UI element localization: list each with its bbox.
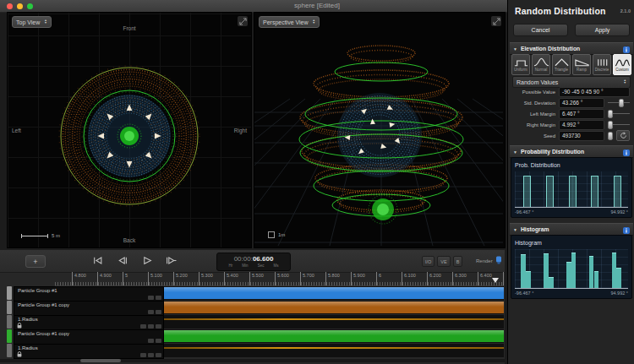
slider-thumb[interactable] [608, 132, 613, 140]
track-accent-strip [7, 286, 12, 300]
track-lane[interactable] [164, 301, 504, 314]
slider-thumb[interactable] [619, 99, 624, 107]
ruler-label: 5.200 [176, 273, 188, 278]
add-track-button[interactable]: + [25, 255, 46, 268]
dist-type-uniform-button[interactable]: Uniform [511, 54, 530, 75]
lock-icon[interactable] [17, 351, 22, 357]
track-header[interactable]: Particle Group #1 copy [14, 301, 164, 316]
cancel-button[interactable]: Cancel [513, 24, 568, 36]
hist-bar [612, 253, 617, 288]
collapse-arrow-icon[interactable]: ▼ [513, 149, 517, 155]
zoom-button[interactable] [27, 3, 33, 9]
track-header[interactable]: Particle Group #1 copy [14, 329, 164, 345]
param-slider[interactable] [608, 109, 630, 118]
track-lane[interactable] [164, 315, 504, 329]
minimize-button[interactable] [17, 3, 23, 9]
track-toggle-icon[interactable] [156, 310, 161, 314]
track-lane[interactable] [164, 286, 504, 300]
param-value-field[interactable]: 43.266 ° [559, 98, 604, 108]
hist-bar [616, 268, 621, 288]
play-button[interactable] [139, 255, 154, 266]
track-toggle-icon[interactable] [148, 339, 154, 343]
x-axis-min-label: -96.467 ° [515, 209, 533, 215]
track-clip[interactable] [164, 302, 504, 313]
toolbar-button-b[interactable]: B [453, 256, 463, 267]
time-display[interactable]: 00:00:06.600 HrMinSecMs [216, 253, 291, 271]
scale-bar-icon [21, 234, 48, 238]
param-value-field[interactable]: 4.992 ° [559, 120, 604, 130]
track-toggle-icon[interactable] [140, 324, 146, 329]
slider-thumb[interactable] [608, 121, 613, 129]
dist-type-custom-button[interactable]: Custom [613, 54, 631, 75]
render-icon[interactable] [495, 256, 502, 265]
collapse-arrow-icon[interactable]: ▼ [513, 46, 517, 52]
dist-type-triangle-button[interactable]: Triangle [552, 54, 571, 75]
scrollbar-thumb[interactable] [80, 359, 121, 362]
playhead-marker[interactable] [492, 278, 499, 286]
track-clip[interactable] [164, 330, 504, 342]
param-value-field[interactable]: 493730 [559, 131, 604, 141]
track-toggle-icon[interactable] [156, 296, 161, 300]
render-control[interactable]: Render [476, 256, 502, 265]
close-button[interactable] [7, 3, 13, 9]
track-header[interactable]: 1.Radius [14, 344, 164, 359]
track-toggle-icon[interactable] [148, 310, 154, 314]
track-lane[interactable] [164, 329, 504, 343]
top-view-selector[interactable]: Top View ▲▼ [12, 16, 52, 28]
track-toggle-icon[interactable] [148, 353, 154, 357]
section-histogram[interactable]: ▼ Histogram [510, 223, 633, 236]
track-curve[interactable] [164, 347, 504, 349]
param-slider[interactable] [608, 98, 630, 107]
param-value-field[interactable]: -90 -45 0 45 90 ° [559, 87, 630, 97]
param-slider[interactable] [608, 120, 630, 129]
panel-header: Random Distribution 2.1.0 [515, 3, 631, 19]
horizontal-scrollbar[interactable] [0, 359, 505, 362]
track-lane[interactable] [164, 344, 504, 357]
collapse-arrow-icon[interactable]: ▼ [513, 227, 517, 232]
ruler-label: 5.800 [328, 273, 340, 278]
track-header[interactable]: Particle Group #1 [14, 286, 164, 302]
track-toggle-icon[interactable] [156, 339, 161, 343]
lock-icon[interactable] [17, 323, 22, 329]
track-toggle-icon[interactable] [156, 324, 161, 329]
top-viewport[interactable]: Top View ▲▼ Front Back Left Right 5 m [7, 12, 252, 248]
ruler-label: 5.700 [303, 273, 314, 278]
toolbar-button-ve[interactable]: VE [437, 256, 450, 267]
maximize-viewport-icon[interactable] [238, 16, 248, 26]
perspective-viewport[interactable]: Perspective View ▲▼ 1m [254, 12, 506, 248]
step-forward-button[interactable] [163, 255, 178, 266]
perspective-view-canvas[interactable] [254, 13, 503, 246]
track-curve[interactable] [164, 318, 504, 320]
maximize-viewport-icon[interactable] [491, 16, 501, 26]
track-clip[interactable] [164, 287, 504, 299]
track-toggle-icon[interactable] [140, 353, 146, 357]
apply-button[interactable]: Apply [575, 24, 630, 36]
dist-type-normal-button[interactable]: Normal [532, 54, 550, 75]
titlebar[interactable]: sphere [Edited] [0, 0, 507, 13]
section-probability-distribution[interactable]: ▼ Probability Distribution [510, 145, 633, 158]
step-back-button[interactable] [114, 255, 129, 266]
track-toggle-icon[interactable] [148, 324, 154, 329]
skip-start-button[interactable] [90, 255, 105, 266]
track-toggle-icon[interactable] [148, 296, 154, 300]
top-view-canvas[interactable] [8, 13, 249, 246]
dist-type-discrete-button[interactable]: Discrete [593, 54, 611, 75]
render-label: Render [476, 258, 493, 263]
track-toggle-icon[interactable] [156, 353, 161, 357]
toolbar-button-io[interactable]: I/O [422, 256, 435, 267]
param-value-field[interactable]: 6.467 ° [559, 109, 604, 119]
seed-refresh-button[interactable] [616, 130, 630, 141]
time-prefix: 00:00: [234, 255, 253, 263]
perspective-view-selector[interactable]: Perspective View ▲▼ [259, 16, 320, 28]
dist-type-ramp-button[interactable]: Ramp [572, 54, 591, 75]
transport-controls [90, 255, 178, 266]
param-label: Possible Value [513, 90, 555, 95]
timeline-ruler[interactable]: 4.8004.90055.1005.2005.3005.4005.5005.60… [55, 272, 504, 286]
slider-thumb[interactable] [608, 110, 613, 118]
param-slider[interactable] [608, 131, 613, 140]
ruler-label: 6.300 [455, 273, 467, 278]
section-elevation-distribution[interactable]: ▼ Elevation Distribution [510, 42, 633, 55]
x-axis-max-label: 94.992 ° [610, 291, 628, 296]
ruler-segment: 4.800 [72, 272, 98, 285]
track-header[interactable]: 1.Radius [14, 315, 164, 330]
